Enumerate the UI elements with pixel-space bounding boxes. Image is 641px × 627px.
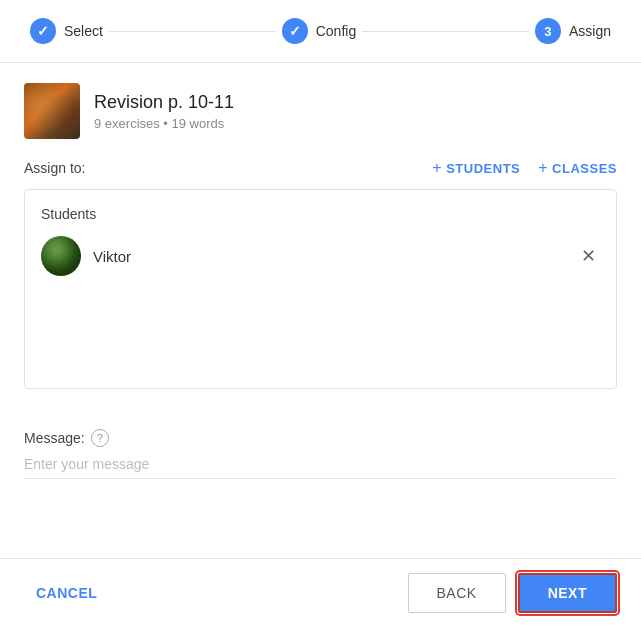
check-icon: ✓ bbox=[37, 23, 49, 39]
assignment-thumbnail bbox=[24, 83, 80, 139]
students-box-label: Students bbox=[41, 206, 600, 222]
stepper: ✓ Select ✓ Config 3 Assign bbox=[0, 0, 641, 63]
footer: CANCEL BACK NEXT bbox=[0, 558, 641, 627]
assign-to-label: Assign to: bbox=[24, 160, 85, 176]
assignment-title: Revision p. 10-11 bbox=[94, 92, 234, 113]
avatar bbox=[41, 236, 81, 276]
students-box: Students Viktor ✕ bbox=[24, 189, 617, 389]
check-icon-2: ✓ bbox=[289, 23, 301, 39]
add-classes-button[interactable]: + CLASSES bbox=[538, 159, 617, 177]
next-button[interactable]: NEXT bbox=[518, 573, 617, 613]
step-assign-number: 3 bbox=[544, 24, 551, 39]
step-assign-circle: 3 bbox=[535, 18, 561, 44]
main-content: Revision p. 10-11 9 exercises • 19 words… bbox=[0, 63, 641, 429]
step-select-circle: ✓ bbox=[30, 18, 56, 44]
remove-student-button[interactable]: ✕ bbox=[577, 243, 600, 269]
table-row: Viktor ✕ bbox=[41, 236, 600, 276]
assignment-info: Revision p. 10-11 9 exercises • 19 words bbox=[94, 92, 234, 131]
help-icon-text: ? bbox=[97, 432, 103, 444]
step-assign: 3 Assign bbox=[529, 18, 617, 44]
step-assign-label: Assign bbox=[569, 23, 611, 39]
message-label: Message: bbox=[24, 430, 85, 446]
assign-to-row: Assign to: + STUDENTS + CLASSES bbox=[24, 159, 617, 177]
add-students-button[interactable]: + STUDENTS bbox=[432, 159, 520, 177]
assignment-item: Revision p. 10-11 9 exercises • 19 words bbox=[24, 83, 617, 139]
step-select: ✓ Select bbox=[24, 18, 109, 44]
step-config-label: Config bbox=[316, 23, 356, 39]
back-button[interactable]: BACK bbox=[408, 573, 506, 613]
assignment-meta: 9 exercises • 19 words bbox=[94, 116, 234, 131]
message-input[interactable] bbox=[24, 456, 617, 479]
step-config: ✓ Config bbox=[276, 18, 362, 44]
classes-btn-label: CLASSES bbox=[552, 161, 617, 176]
students-btn-label: STUDENTS bbox=[446, 161, 520, 176]
plus-icon-classes: + bbox=[538, 159, 548, 177]
footer-right: BACK NEXT bbox=[408, 573, 617, 613]
plus-icon-students: + bbox=[432, 159, 442, 177]
step-select-label: Select bbox=[64, 23, 103, 39]
student-name: Viktor bbox=[93, 248, 131, 265]
message-section: Message: ? bbox=[0, 429, 641, 479]
step-config-circle: ✓ bbox=[282, 18, 308, 44]
student-info: Viktor bbox=[41, 236, 131, 276]
assign-actions: + STUDENTS + CLASSES bbox=[432, 159, 617, 177]
message-label-row: Message: ? bbox=[24, 429, 617, 447]
help-icon[interactable]: ? bbox=[91, 429, 109, 447]
cancel-button[interactable]: CANCEL bbox=[24, 577, 109, 609]
